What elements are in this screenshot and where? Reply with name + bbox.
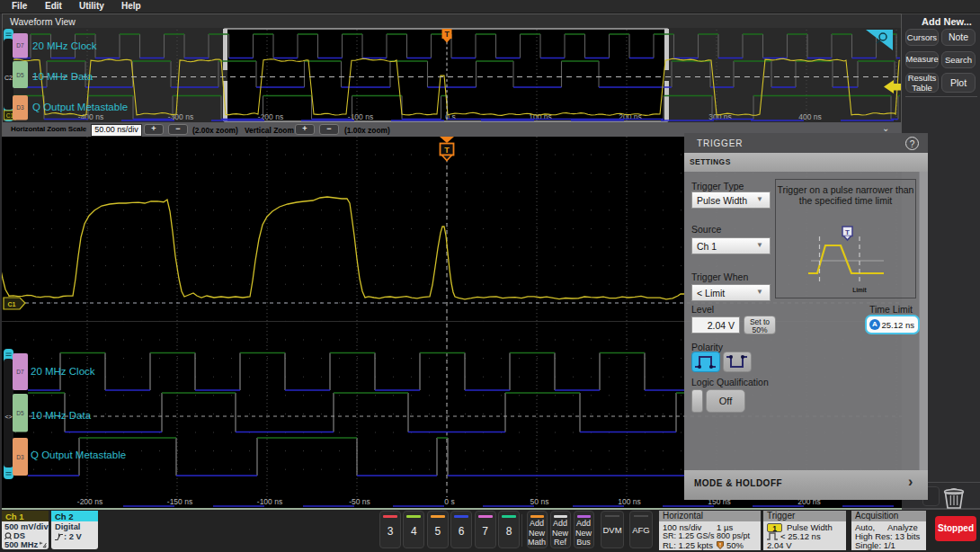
svg-text:Q Output Metastable: Q Output Metastable xyxy=(31,450,126,460)
svg-text:D3: D3 xyxy=(16,104,24,111)
svg-text:-200 ns: -200 ns xyxy=(77,497,102,506)
svg-text:D7: D7 xyxy=(16,42,24,49)
svg-text:50 ns: 50 ns xyxy=(530,497,549,506)
svg-text:100 ns: 100 ns xyxy=(618,497,641,506)
svg-text:D5: D5 xyxy=(16,410,24,416)
svg-text:0 s: 0 s xyxy=(444,497,454,506)
svg-text:-400 ns: -400 ns xyxy=(78,112,103,121)
svg-text:-150 ns: -150 ns xyxy=(167,497,192,506)
svg-text:D5: D5 xyxy=(16,72,24,78)
svg-text:-50 ns: -50 ns xyxy=(349,497,370,506)
svg-text:20 MHz Clock: 20 MHz Clock xyxy=(32,40,97,51)
svg-text:-300 ns: -300 ns xyxy=(168,112,193,121)
svg-text:Q Output Metastable: Q Output Metastable xyxy=(32,102,128,112)
svg-text:400 ns: 400 ns xyxy=(798,112,822,121)
svg-text:100 ns: 100 ns xyxy=(529,112,552,121)
svg-text:D7: D7 xyxy=(16,369,24,375)
svg-text:10 MHz Data: 10 MHz Data xyxy=(32,71,94,82)
svg-text:-200 ns: -200 ns xyxy=(258,112,283,121)
svg-text:<>: <> xyxy=(4,414,12,420)
svg-text:-100 ns: -100 ns xyxy=(257,497,282,506)
svg-text:T: T xyxy=(845,228,850,236)
svg-text:20 MHz Clock: 20 MHz Clock xyxy=(31,366,95,377)
svg-text:C1: C1 xyxy=(8,301,16,307)
svg-text:T: T xyxy=(444,30,450,39)
svg-text:Limit: Limit xyxy=(852,287,867,293)
svg-text:10 MHz Data: 10 MHz Data xyxy=(31,410,92,421)
svg-text:C2: C2 xyxy=(4,75,13,81)
svg-text:T: T xyxy=(444,146,450,155)
svg-text:D3: D3 xyxy=(16,454,24,460)
